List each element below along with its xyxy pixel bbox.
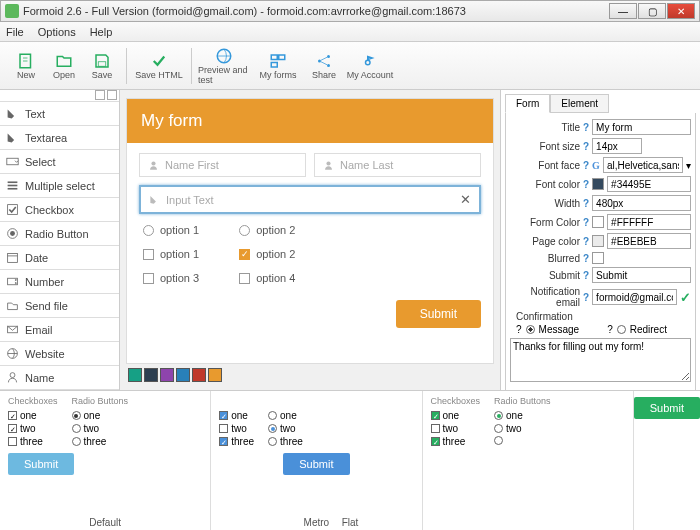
- prop-title-input[interactable]: [592, 119, 691, 135]
- theme-metro[interactable]: one two three one two three Submit Metro: [211, 391, 422, 530]
- color-palette: [126, 364, 494, 382]
- menu-help[interactable]: Help: [90, 26, 113, 38]
- menubar: File Options Help: [0, 22, 700, 42]
- fontcolor-swatch[interactable]: [592, 178, 604, 190]
- widget-number[interactable]: Number: [0, 270, 119, 294]
- menu-file[interactable]: File: [6, 26, 24, 38]
- svg-point-11: [366, 60, 371, 65]
- svg-rect-16: [8, 205, 18, 215]
- help-icon[interactable]: ?: [583, 160, 589, 171]
- text-input-selected[interactable]: Input Text✕: [139, 185, 481, 214]
- savehtml-button[interactable]: Save HTML: [133, 44, 185, 88]
- svg-rect-5: [271, 55, 277, 60]
- myforms-button[interactable]: My forms: [252, 44, 304, 88]
- tab-element[interactable]: Element: [550, 94, 609, 113]
- prop-fontface-input[interactable]: [603, 157, 683, 173]
- prop-width-input[interactable]: [592, 195, 691, 211]
- pagecolor-swatch[interactable]: [592, 235, 604, 247]
- formcolor-swatch[interactable]: [592, 216, 604, 228]
- radio-message[interactable]: [526, 325, 535, 334]
- prop-fontface-label: Font face: [510, 160, 580, 171]
- checkbox-option-1[interactable]: option 1: [143, 248, 199, 260]
- help-icon[interactable]: ?: [583, 253, 589, 264]
- sidebar-toggle-1[interactable]: [95, 90, 105, 100]
- form-preview[interactable]: My form Name First Name Last Input Text✕…: [126, 98, 494, 364]
- help-icon[interactable]: ?: [583, 292, 589, 303]
- widget-text[interactable]: Text: [0, 102, 119, 126]
- firstname-input[interactable]: Name First: [139, 153, 306, 177]
- maximize-button[interactable]: ▢: [638, 3, 666, 19]
- swatch-3[interactable]: [160, 368, 174, 382]
- account-button[interactable]: My Account: [344, 44, 396, 88]
- help-icon[interactable]: ?: [583, 236, 589, 247]
- dropdown-icon[interactable]: ▾: [686, 160, 691, 171]
- widget-email[interactable]: Email: [0, 318, 119, 342]
- theme-flat-subm   submit[interactable]: Submit: [634, 397, 700, 419]
- prop-blurred-label: Blurred: [510, 253, 580, 264]
- prop-blurred-checkbox[interactable]: [592, 252, 604, 264]
- widget-date[interactable]: Date: [0, 246, 119, 270]
- lastname-input[interactable]: Name Last: [314, 153, 481, 177]
- checkbox-option-3[interactable]: option 3: [143, 272, 199, 284]
- svg-point-26: [326, 161, 330, 165]
- theme-default-submit[interactable]: Submit: [8, 453, 74, 475]
- prop-fontsize-input[interactable]: [592, 138, 642, 154]
- swatch-1[interactable]: [128, 368, 142, 382]
- theme-metro-submit[interactable]: Submit: [283, 453, 349, 475]
- close-button[interactable]: ✕: [667, 3, 695, 19]
- valid-icon: ✓: [680, 290, 691, 305]
- form-submit-button[interactable]: Submit: [396, 300, 481, 328]
- help-icon[interactable]: ?: [583, 198, 589, 209]
- help-icon[interactable]: ?: [583, 217, 589, 228]
- google-fonts-icon[interactable]: G: [592, 160, 600, 171]
- checkbox-option-4[interactable]: option 4: [239, 272, 295, 284]
- swatch-4[interactable]: [176, 368, 190, 382]
- prop-pagecolor-input[interactable]: [607, 233, 691, 249]
- form-title[interactable]: My form: [127, 99, 493, 143]
- radio-redirect[interactable]: [617, 325, 626, 334]
- minimize-button[interactable]: —: [609, 3, 637, 19]
- share-button[interactable]: Share: [306, 44, 342, 88]
- help-icon[interactable]: ?: [583, 141, 589, 152]
- confirmation-label: Confirmation: [516, 311, 691, 322]
- sidebar-toggle-2[interactable]: [107, 90, 117, 100]
- swatch-2[interactable]: [144, 368, 158, 382]
- help-icon[interactable]: ?: [583, 122, 589, 133]
- preview-button[interactable]: Preview and test: [198, 44, 250, 88]
- widget-website[interactable]: Website: [0, 342, 119, 366]
- save-button[interactable]: Save: [84, 44, 120, 88]
- prop-fontcolor-input[interactable]: [607, 176, 691, 192]
- prop-submit-input[interactable]: [592, 267, 691, 283]
- delete-element-icon[interactable]: ✕: [460, 192, 471, 207]
- confirmation-text[interactable]: Thanks for filling out my form!: [510, 338, 691, 382]
- properties-panel: Form Element Title? Font size? Font face…: [500, 90, 700, 390]
- window-title: Formoid 2.6 - Full Version (formoid@gmai…: [23, 5, 609, 17]
- open-button[interactable]: Open: [46, 44, 82, 88]
- theme-default[interactable]: Checkboxes one two three Radio Buttons o…: [0, 391, 211, 530]
- help-icon[interactable]: ?: [516, 324, 522, 335]
- prop-notif-input[interactable]: [592, 289, 677, 305]
- help-icon[interactable]: ?: [607, 324, 613, 335]
- prop-formcolor-input[interactable]: [607, 214, 691, 230]
- swatch-6[interactable]: [208, 368, 222, 382]
- widget-multiselect[interactable]: Multiple select: [0, 174, 119, 198]
- tab-form[interactable]: Form: [505, 94, 550, 113]
- swatch-5[interactable]: [192, 368, 206, 382]
- svg-point-25: [151, 161, 155, 165]
- svg-rect-19: [8, 253, 18, 262]
- help-icon[interactable]: ?: [583, 179, 589, 190]
- checkbox-option-2[interactable]: option 2: [239, 248, 295, 260]
- svg-point-8: [318, 59, 321, 62]
- theme-flat[interactable]: Checkboxes one two three Radio Buttons o…: [423, 391, 634, 530]
- radio-option-1[interactable]: option 1: [143, 224, 199, 236]
- widget-name[interactable]: Name: [0, 366, 119, 390]
- widget-sendfile[interactable]: Send file: [0, 294, 119, 318]
- widget-checkbox[interactable]: Checkbox: [0, 198, 119, 222]
- radio-option-2[interactable]: option 2: [239, 224, 295, 236]
- menu-options[interactable]: Options: [38, 26, 76, 38]
- widget-textarea[interactable]: Textarea: [0, 126, 119, 150]
- widget-radio[interactable]: Radio Button: [0, 222, 119, 246]
- help-icon[interactable]: ?: [583, 270, 589, 281]
- new-button[interactable]: New: [8, 44, 44, 88]
- widget-select[interactable]: Select: [0, 150, 119, 174]
